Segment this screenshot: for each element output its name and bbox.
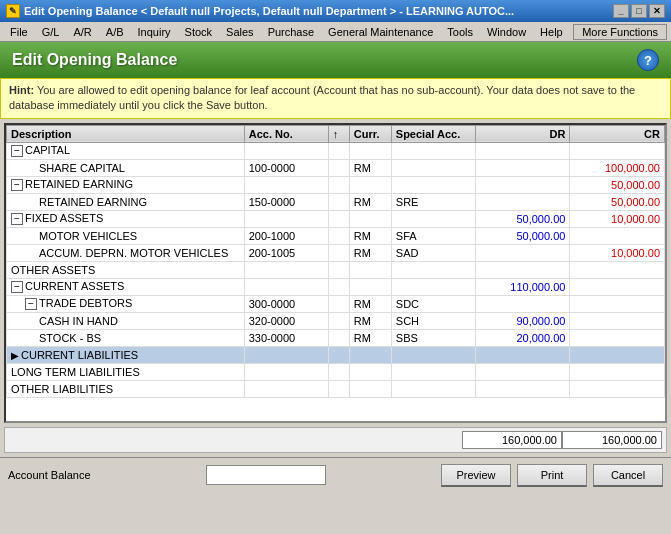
table-row[interactable]: −CURRENT ASSETS110,000.00 — [7, 278, 665, 295]
cell-sort — [328, 159, 349, 176]
cell-dr[interactable] — [475, 176, 570, 193]
cell-cr[interactable] — [570, 380, 665, 397]
table-row[interactable]: CASH IN HAND320-0000RMSCH90,000.00 — [7, 312, 665, 329]
main-table-area: Description Acc. No. ↑ Curr. Special Acc… — [4, 123, 667, 423]
cell-dr[interactable]: 50,000.00 — [475, 227, 570, 244]
cell-cr[interactable] — [570, 346, 665, 363]
expand-icon[interactable]: − — [11, 179, 23, 191]
cell-sort — [328, 142, 349, 159]
expand-icon[interactable]: − — [11, 281, 23, 293]
restore-button[interactable]: □ — [631, 4, 647, 18]
menu-ab[interactable]: A/B — [100, 25, 130, 39]
expand-icon[interactable]: − — [25, 298, 37, 310]
cell-dr[interactable]: 50,000.00 — [475, 210, 570, 227]
menu-gl[interactable]: G/L — [36, 25, 66, 39]
totals-bar: 160,000.00 160,000.00 — [4, 427, 667, 453]
cell-curr: RM — [349, 227, 391, 244]
page-title: Edit Opening Balance — [12, 51, 177, 69]
table-row[interactable]: STOCK - BS330-0000RMSBS20,000.00 — [7, 329, 665, 346]
expand-icon[interactable]: − — [11, 213, 23, 225]
cell-dr[interactable] — [475, 244, 570, 261]
cell-curr: RM — [349, 193, 391, 210]
menu-tools[interactable]: Tools — [441, 25, 479, 39]
menu-ar[interactable]: A/R — [67, 25, 97, 39]
cell-dr[interactable] — [475, 261, 570, 278]
table-row[interactable]: OTHER ASSETS — [7, 261, 665, 278]
cell-acc-no: 100-0000 — [244, 159, 328, 176]
table-row[interactable]: RETAINED EARNING150-0000RMSRE50,000.00 — [7, 193, 665, 210]
cell-sort — [328, 278, 349, 295]
cell-cr[interactable] — [570, 227, 665, 244]
cell-cr[interactable]: 10,000.00 — [570, 244, 665, 261]
col-header-sort[interactable]: ↑ — [328, 125, 349, 142]
table-row[interactable]: ACCUM. DEPRN. MOTOR VEHICLES200-1005RMSA… — [7, 244, 665, 261]
expand-icon[interactable]: − — [11, 145, 23, 157]
account-balance-input[interactable] — [206, 465, 326, 485]
table-row[interactable]: ▶CURRENT LIABILITIES — [7, 346, 665, 363]
menu-help[interactable]: Help — [534, 25, 569, 39]
table-row[interactable]: −TRADE DEBTORS300-0000RMSDC — [7, 295, 665, 312]
cell-cr[interactable]: 10,000.00 — [570, 210, 665, 227]
menu-general[interactable]: General Maintenance — [322, 25, 439, 39]
table-wrapper[interactable]: Description Acc. No. ↑ Curr. Special Acc… — [6, 125, 665, 423]
cell-sort — [328, 261, 349, 278]
cell-dr[interactable] — [475, 363, 570, 380]
cancel-button[interactable]: Cancel — [593, 464, 663, 487]
minimize-button[interactable]: _ — [613, 4, 629, 18]
cell-cr[interactable]: 50,000.00 — [570, 176, 665, 193]
table-row[interactable]: LONG TERM LIABILITIES — [7, 363, 665, 380]
cell-dr[interactable]: 20,000.00 — [475, 329, 570, 346]
cell-dr[interactable] — [475, 159, 570, 176]
menu-sales[interactable]: Sales — [220, 25, 260, 39]
menu-file[interactable]: File — [4, 25, 34, 39]
cell-dr[interactable] — [475, 346, 570, 363]
cell-cr[interactable] — [570, 312, 665, 329]
table-row[interactable]: OTHER LIABILITIES — [7, 380, 665, 397]
menu-stock[interactable]: Stock — [179, 25, 219, 39]
cell-acc-no — [244, 210, 328, 227]
cell-dr[interactable]: 110,000.00 — [475, 278, 570, 295]
cell-special-acc — [391, 278, 475, 295]
menu-inquiry[interactable]: Inquiry — [132, 25, 177, 39]
table-row[interactable]: MOTOR VEHICLES200-1000RMSFA50,000.00 — [7, 227, 665, 244]
cell-cr[interactable] — [570, 278, 665, 295]
cell-sort — [328, 244, 349, 261]
table-row[interactable]: −CAPITAL — [7, 142, 665, 159]
cell-dr[interactable]: 90,000.00 — [475, 312, 570, 329]
cell-cr[interactable] — [570, 295, 665, 312]
table-row[interactable]: SHARE CAPITAL100-0000RM100,000.00 — [7, 159, 665, 176]
cell-acc-no: 150-0000 — [244, 193, 328, 210]
cell-sort — [328, 295, 349, 312]
help-button[interactable]: ? — [637, 49, 659, 71]
cell-dr[interactable] — [475, 295, 570, 312]
cell-dr[interactable] — [475, 142, 570, 159]
cell-dr[interactable] — [475, 193, 570, 210]
app-icon: ✎ — [6, 4, 20, 18]
cell-description: MOTOR VEHICLES — [7, 227, 245, 244]
cell-dr[interactable] — [475, 380, 570, 397]
cell-cr[interactable]: 50,000.00 — [570, 193, 665, 210]
cell-cr[interactable]: 100,000.00 — [570, 159, 665, 176]
cell-acc-no: 300-0000 — [244, 295, 328, 312]
cell-special-acc: SDC — [391, 295, 475, 312]
cell-curr — [349, 261, 391, 278]
cell-description: −RETAINED EARNING — [7, 176, 245, 193]
more-functions-button[interactable]: More Functions — [573, 24, 667, 40]
cell-cr[interactable] — [570, 261, 665, 278]
cell-description: −CAPITAL — [7, 142, 245, 159]
print-button[interactable]: Print — [517, 464, 587, 487]
cell-description: ACCUM. DEPRN. MOTOR VEHICLES — [7, 244, 245, 261]
table-row[interactable]: −FIXED ASSETS50,000.0010,000.00 — [7, 210, 665, 227]
cell-cr[interactable] — [570, 142, 665, 159]
menu-window[interactable]: Window — [481, 25, 532, 39]
title-bar-controls[interactable]: _ □ ✕ — [613, 4, 665, 18]
preview-button[interactable]: Preview — [441, 464, 511, 487]
cell-cr[interactable] — [570, 363, 665, 380]
menu-purchase[interactable]: Purchase — [262, 25, 320, 39]
title-bar: ✎ Edit Opening Balance < Default null Pr… — [0, 0, 671, 22]
cell-sort — [328, 193, 349, 210]
cell-cr[interactable] — [570, 329, 665, 346]
table-row[interactable]: −RETAINED EARNING50,000.00 — [7, 176, 665, 193]
cell-special-acc — [391, 159, 475, 176]
close-button[interactable]: ✕ — [649, 4, 665, 18]
